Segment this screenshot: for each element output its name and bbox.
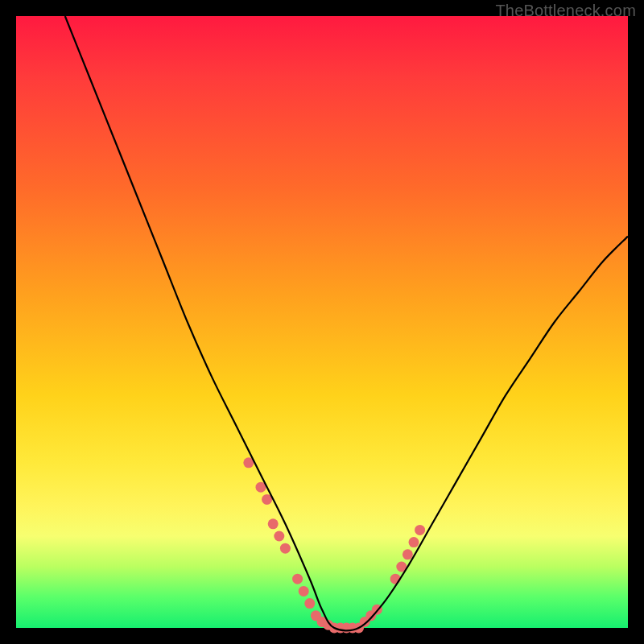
chart-svg bbox=[16, 16, 628, 628]
highlight-dot bbox=[268, 518, 279, 529]
highlight-dot bbox=[415, 525, 425, 535]
bottleneck-curve-line bbox=[65, 16, 628, 630]
highlight-dot bbox=[299, 586, 309, 597]
highlight-dot bbox=[409, 537, 419, 547]
highlight-dot bbox=[292, 574, 303, 584]
highlight-dot bbox=[304, 598, 315, 609]
highlight-dot bbox=[274, 531, 284, 542]
watermark-text: TheBottleneck.com bbox=[495, 2, 636, 20]
chart-frame: TheBottleneck.com bbox=[0, 0, 644, 644]
highlight-dot bbox=[402, 549, 413, 559]
highlight-dot bbox=[280, 543, 291, 554]
valley-highlight-dots bbox=[243, 457, 425, 633]
